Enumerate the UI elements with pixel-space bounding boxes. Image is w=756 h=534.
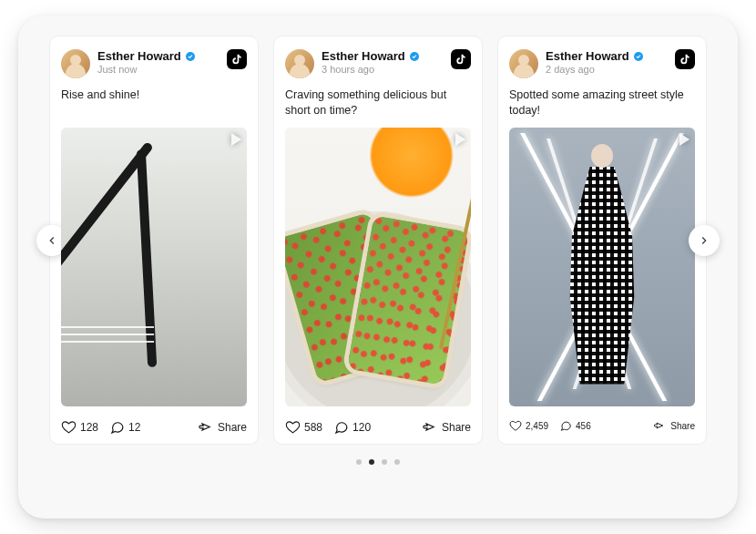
share-label: Share [218,421,247,434]
share-button[interactable]: Share [197,419,247,435]
comment-button[interactable]: 456 [559,419,591,432]
post-timestamp: 3 hours ago [322,64,444,75]
author-name[interactable]: Esther Howard [546,49,629,63]
chevron-left-icon [46,234,58,247]
like-button[interactable]: 588 [285,419,322,435]
heart-icon [509,419,522,432]
avatar[interactable] [509,49,538,78]
pagination-dot[interactable] [369,459,374,465]
comment-count: 456 [576,421,591,431]
post-footer: 2,459 456 Share [509,416,695,432]
post-caption: Craving something delicious but short on… [285,87,471,118]
like-count: 588 [304,421,322,434]
post-card: Esther Howard 2 days ago Spotted some am… [497,36,707,445]
post-header: Esther Howard Just now [61,49,247,78]
post-card: Esther Howard Just now Rise and shine! [49,36,259,445]
comment-icon [333,419,349,435]
avatar[interactable] [285,49,314,78]
verified-badge-icon [185,51,196,62]
tiktok-icon [675,49,695,69]
share-icon [421,419,436,435]
play-icon [455,133,465,146]
play-icon [679,133,690,146]
device-frame: Esther Howard Just now Rise and shine! [18,15,738,519]
share-icon [197,419,212,435]
comment-button[interactable]: 12 [109,419,140,435]
author-name[interactable]: Esther Howard [97,49,181,63]
comment-count: 120 [352,421,371,434]
like-count: 128 [80,421,98,434]
post-media[interactable] [61,128,247,406]
verified-badge-icon [633,51,644,62]
post-footer: 588 120 Share [285,416,471,435]
avatar[interactable] [61,49,90,78]
post-caption: Spotted some amazing street style today! [509,87,695,118]
tiktok-icon [451,49,471,69]
share-label: Share [670,421,695,431]
share-icon [652,419,665,432]
comment-count: 12 [128,421,140,434]
chevron-right-icon [698,234,710,247]
heart-icon [285,419,301,435]
post-timestamp: Just now [97,64,220,75]
like-button[interactable]: 128 [61,419,98,435]
like-button[interactable]: 2,459 [509,419,548,432]
tiktok-icon [227,49,247,69]
post-media[interactable] [285,128,471,406]
post-caption: Rise and shine! [61,87,247,118]
share-button[interactable]: Share [421,419,471,435]
comment-button[interactable]: 120 [333,419,371,435]
post-header: Esther Howard 3 hours ago [285,49,471,78]
share-button[interactable]: Share [652,419,695,432]
pagination-dot[interactable] [382,459,387,465]
pagination-dot[interactable] [356,459,362,465]
post-timestamp: 2 days ago [546,64,668,75]
like-count: 2,459 [526,421,548,431]
heart-icon [61,419,77,435]
post-card: Esther Howard 3 hours ago Craving someth… [273,36,483,445]
play-icon [231,133,241,146]
comment-icon [559,419,572,432]
post-media[interactable] [509,128,695,406]
share-label: Share [442,421,471,434]
post-carousel: Esther Howard Just now Rise and shine! [49,36,707,445]
author-name[interactable]: Esther Howard [322,49,405,63]
post-footer: 128 12 Share [61,416,247,435]
comment-icon [109,419,125,435]
verified-badge-icon [409,51,420,62]
post-header: Esther Howard 2 days ago [509,49,695,78]
pagination-dot[interactable] [394,459,400,465]
carousel-next-button[interactable] [689,225,720,256]
pagination-dots [356,459,400,465]
